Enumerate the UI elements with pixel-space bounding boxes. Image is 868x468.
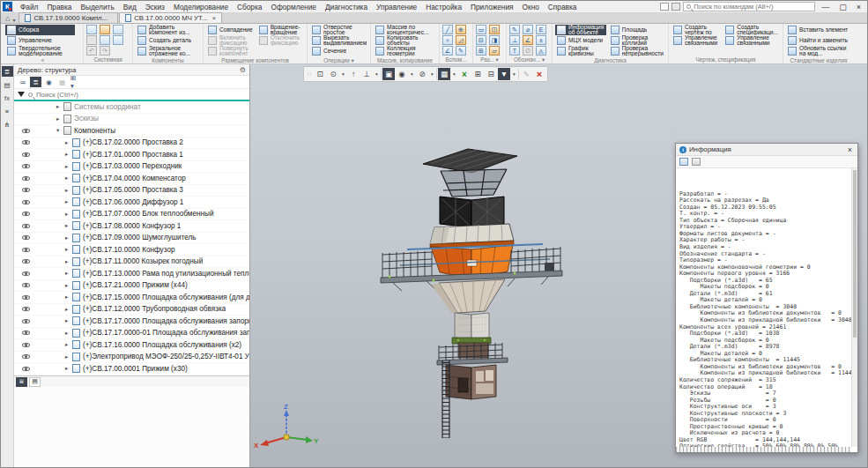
tree-row[interactable]: ▸ (+)СВ.17.02.0000 Проставка 2 xyxy=(14,137,249,150)
menu-item[interactable]: Окно xyxy=(518,3,544,11)
tree-search[interactable] xyxy=(14,89,249,101)
hierarchy-panel-icon[interactable]: ⋔ xyxy=(2,119,13,130)
visibility-eye-icon[interactable] xyxy=(14,283,37,287)
menu-item[interactable]: Приложения xyxy=(466,3,518,11)
ribbon-button[interactable]: Зеркальное отражение ко... xyxy=(136,46,200,56)
separator[interactable] xyxy=(436,69,437,79)
menu-item[interactable]: Оформление xyxy=(266,3,321,11)
tree-row[interactable]: ▸ (+)СВ.17.00.0001 Прижим (x30) xyxy=(14,363,249,375)
open-file-icon[interactable] xyxy=(100,25,110,34)
ribbon-button[interactable]: Найти и заменить xyxy=(786,35,849,46)
layers-panel-icon[interactable]: ≡ xyxy=(2,106,13,116)
screenshot-icon[interactable] xyxy=(671,3,680,11)
tree-row[interactable]: ▸ (+)СВ.17.05.0000 Проставка 3 xyxy=(14,185,249,197)
ribbon-button[interactable]: Создать чертеж по модели xyxy=(671,25,721,35)
tree-relations-icon[interactable]: ◉ xyxy=(43,77,55,87)
close-button[interactable]: × xyxy=(853,3,864,11)
filter-funnel-icon[interactable] xyxy=(18,92,25,97)
notation-tolerance-icon[interactable]: ± xyxy=(536,35,546,45)
ribbon-button[interactable]: Отключить фиксацию xyxy=(257,35,304,46)
filter-dropdown[interactable]: ▾ xyxy=(511,68,517,80)
tree-row[interactable]: ▸ (+)СВ.17.04.0000 Компенсатор xyxy=(14,173,249,185)
viewport-3d[interactable]: ∷⊡⊙▾↑⊥▾▣◉▾⊘▾▦▾×⊞⊟▼▾✎× xyxy=(250,64,867,467)
visibility-eye-icon[interactable] xyxy=(14,105,37,109)
shading-mode-icon[interactable]: ◉ xyxy=(396,68,408,80)
info-close-icon[interactable]: × xyxy=(846,145,854,154)
ribbon-button[interactable]: Проверка коллизий xyxy=(609,35,665,46)
tree-search-input[interactable] xyxy=(36,91,246,99)
info-horizontal-scrollbar[interactable] xyxy=(676,447,851,452)
menu-item[interactable]: Диагностика xyxy=(321,3,372,11)
menu-item[interactable]: Правка xyxy=(42,3,76,11)
tree-row[interactable]: ▸ (+)СВ.17.08.0000 Конфузор 1 xyxy=(14,220,249,233)
ribbon-button[interactable]: Проверка непрерывности xyxy=(609,46,665,56)
notation-empty-icon[interactable]: ∅ xyxy=(523,46,533,56)
parameters-panel-icon[interactable]: ▤ xyxy=(2,79,13,90)
tab-close-icon[interactable]: × xyxy=(211,14,216,22)
info-window-titlebar[interactable]: i Информация × xyxy=(676,144,857,156)
visibility-eye-icon[interactable] xyxy=(14,354,37,359)
aux-angle-icon[interactable]: ∠ xyxy=(442,46,453,56)
minimize-button[interactable]: — xyxy=(818,3,833,11)
visibility-eye-icon[interactable] xyxy=(14,259,37,264)
tree-row[interactable]: ▸ (+)Электропривод МЭОФ-250/25-0,25У-IIВ… xyxy=(14,352,249,364)
save-icon[interactable] xyxy=(113,25,123,34)
tree-row[interactable]: ▸ Системы координат xyxy=(14,101,249,114)
visibility-eye-icon[interactable] xyxy=(14,176,37,181)
menu-item[interactable]: Файл xyxy=(16,3,42,11)
command-search-input[interactable] xyxy=(694,3,812,11)
ribbon-button[interactable]: Площадь xyxy=(609,25,665,35)
menu-item[interactable]: Выделить xyxy=(76,3,118,11)
ribbon-button[interactable]: Информация об объекте xyxy=(555,25,606,35)
ribbon-button[interactable]: Управление связанными с... xyxy=(723,35,780,46)
tree-row[interactable]: ▸ (+)СВ.17.01.0000 Проставка 1 xyxy=(14,149,249,161)
visibility-eye-icon[interactable] xyxy=(14,224,37,228)
tree-row[interactable]: ▸ (+)СВ.17.17.0000-01 Площадка обслужива… xyxy=(14,328,249,340)
zoom-icon[interactable]: ⊙ xyxy=(327,68,339,80)
maximize-button[interactable]: ▢ xyxy=(835,3,850,11)
ribbon-button[interactable]: Создать деталь xyxy=(136,35,193,46)
tree-view-structure-icon[interactable]: ≔ xyxy=(17,77,28,87)
tree-row[interactable]: ▸ Эскизы xyxy=(14,114,249,126)
edit-icon[interactable]: ✎ xyxy=(520,68,532,80)
ribbon-button[interactable]: Вырезать выдавливанием xyxy=(310,35,368,46)
print-report-icon[interactable] xyxy=(692,158,701,166)
screen-layout-icon[interactable] xyxy=(660,3,669,11)
preview-icon[interactable] xyxy=(100,35,110,45)
orientation-icon[interactable]: ↑ xyxy=(347,68,360,80)
ribbon-button[interactable]: Коллекция геометрии xyxy=(374,46,436,56)
tree-row[interactable]: ▸ (+)СВ.17.07.0000 Блок теплообменный xyxy=(14,209,249,221)
gear-icon[interactable]: ⚙ xyxy=(240,66,246,74)
notation-e-icon[interactable]: Е xyxy=(536,25,546,34)
layout-icon-2[interactable]: ◫ xyxy=(489,25,500,34)
tree-row[interactable]: ▸ (+)СВ.17.10.0000 Конфузор xyxy=(14,244,249,256)
notation-base-icon[interactable]: ◬ xyxy=(536,46,546,56)
toolbar-drag-handle[interactable]: ∷ xyxy=(306,68,313,80)
home-icon[interactable]: ⌂ xyxy=(3,14,12,23)
abort-command-icon[interactable]: × xyxy=(533,68,545,80)
menu-item[interactable]: Управление xyxy=(372,3,421,11)
aux-spline-icon[interactable]: ≈ xyxy=(442,35,453,45)
display-mode-icon[interactable]: ▣ xyxy=(382,68,395,80)
doc-report-icon[interactable]: ⊟ xyxy=(485,68,497,80)
filter-icon[interactable]: ▼ xyxy=(498,68,510,80)
visibility-eye-icon[interactable] xyxy=(14,129,37,133)
ribbon-button[interactable]: Сечение xyxy=(310,46,348,56)
notation-pencil-icon[interactable]: ✎ xyxy=(509,25,520,34)
tree-row[interactable]: ▸ (+)СВ.17.21.0000 Прижим (x44) xyxy=(14,280,249,293)
ribbon-button[interactable]: График кривизны xyxy=(555,46,606,56)
redo-icon[interactable]: ↷ xyxy=(100,46,110,56)
visibility-eye-icon[interactable] xyxy=(14,331,37,335)
ribbon-button[interactable]: МЦХ модели xyxy=(555,35,606,46)
aux-plane-icon[interactable]: ◿ xyxy=(456,35,466,45)
undo-icon[interactable]: ↶ xyxy=(86,46,97,56)
aux-axis-icon[interactable]: ╱ xyxy=(442,25,453,34)
ribbon-button[interactable]: Создать спецификаци... xyxy=(723,25,780,35)
ribbon-button[interactable]: Вращение-вращение xyxy=(257,25,304,35)
tree-display-options-icon[interactable]: ⊞ ▾ xyxy=(70,77,81,87)
visibility-eye-icon[interactable] xyxy=(14,343,37,347)
menu-item[interactable]: Справка xyxy=(544,3,582,11)
visibility-eye-icon[interactable] xyxy=(14,116,37,121)
separator[interactable] xyxy=(381,69,382,79)
visibility-eye-icon[interactable] xyxy=(14,188,37,192)
